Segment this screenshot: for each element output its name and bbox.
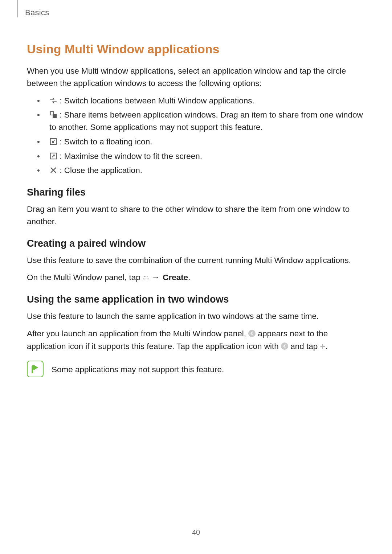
create-label: Create — [163, 273, 188, 282]
option-maximise: : Maximise the window to fit the screen. — [27, 150, 365, 163]
options-list: : Switch locations between Multi Window … — [27, 95, 365, 177]
option-floating: : Switch to a floating icon. — [27, 136, 365, 148]
close-x-icon — [49, 166, 57, 174]
option-text: : Close the application. — [60, 166, 142, 175]
sameapp-body2a: After you launch an application from the… — [27, 329, 248, 338]
category-label: Basics — [25, 8, 49, 17]
header-divider — [17, 0, 18, 17]
sameapp-body2: After you launch an application from the… — [27, 328, 365, 354]
page-number: 40 — [0, 528, 392, 537]
paired-body2: On the Multi Window panel, tap .:::. → C… — [27, 271, 365, 284]
svg-rect-1 — [53, 114, 56, 118]
option-text: : Share items between application window… — [49, 110, 363, 132]
chevron-circle-icon — [281, 342, 288, 350]
panel-dots-icon: .:::. — [143, 274, 149, 282]
intro-paragraph: When you use Multi window applications, … — [27, 65, 365, 90]
note-block: Some applications may not support this f… — [27, 361, 365, 377]
sameapp-heading: Using the same application in two window… — [27, 294, 365, 305]
drag-share-icon — [49, 111, 57, 119]
paired-body2c: . — [188, 273, 190, 282]
sameapp-body1: Use this feature to launch the same appl… — [27, 310, 365, 323]
page-content: Using Multi Window applications When you… — [27, 42, 365, 377]
sharing-body: Drag an item you want to share to the ot… — [27, 203, 365, 228]
option-text: : Switch to a floating icon. — [60, 137, 152, 146]
sameapp-body2d: . — [326, 342, 328, 351]
option-text: : Switch locations between Multi Window … — [60, 96, 254, 105]
option-close: : Close the application. — [27, 164, 365, 177]
sameapp-body2c: and tap — [288, 342, 320, 351]
page-header: Basics — [17, 0, 49, 20]
section-title: Using Multi Window applications — [27, 42, 365, 56]
chevron-circle-icon — [248, 330, 256, 337]
paired-heading: Creating a paired window — [27, 238, 365, 249]
arrow-icon: → — [151, 273, 160, 282]
switch-arrows-icon — [49, 97, 57, 104]
option-text: : Maximise the window to fit the screen. — [60, 152, 202, 161]
paired-body1: Use this feature to save the combination… — [27, 254, 365, 267]
note-text: Some applications may not support this f… — [52, 361, 224, 376]
paired-body2a: On the Multi Window panel, tap — [27, 273, 143, 282]
floating-box-icon — [49, 138, 57, 145]
option-share-items: : Share items between application window… — [27, 109, 365, 134]
sharing-heading: Sharing files — [27, 187, 365, 198]
plus-icon: + — [320, 339, 326, 353]
maximise-icon — [49, 152, 57, 160]
note-info-icon — [27, 361, 44, 377]
option-switch-locations: : Switch locations between Multi Window … — [27, 95, 365, 107]
